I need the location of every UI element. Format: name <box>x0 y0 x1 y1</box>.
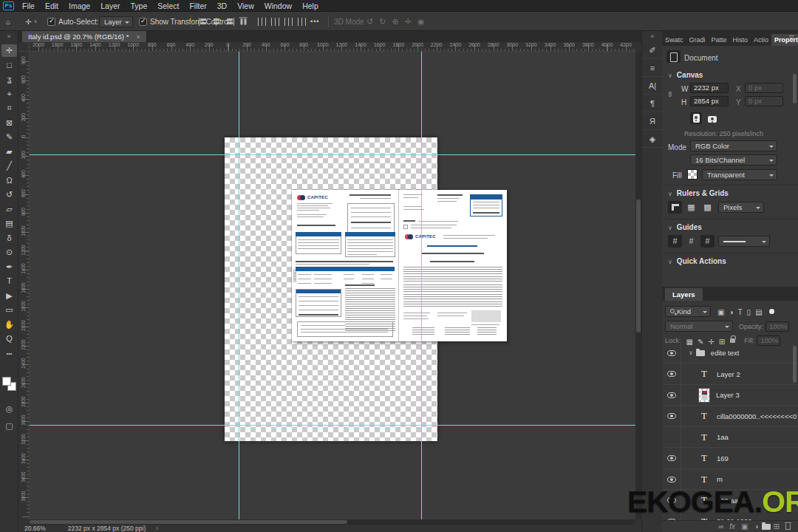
fill-dropdown[interactable]: Transparent <box>702 169 777 180</box>
document-tab[interactable]: Italy id.psd @ 20.7% (RGB/16) * × <box>22 31 147 42</box>
zoom-tool[interactable]: Q <box>1 332 17 345</box>
opacity-input[interactable]: 100% <box>765 321 789 332</box>
horizontal-scrollbar-thumb[interactable] <box>30 520 347 524</box>
x-input[interactable]: 0 px <box>745 83 783 93</box>
layers-scrollbar-thumb[interactable] <box>793 346 797 383</box>
eraser-tool[interactable]: ▱ <box>1 203 17 216</box>
layer-row[interactable]: ∨edite text <box>662 343 798 364</box>
link-layers-icon[interactable]: ∞ <box>718 522 723 531</box>
frame-tool[interactable]: ⊠ <box>1 117 17 129</box>
distribute-vertical-bottom-icon[interactable] <box>284 18 293 26</box>
layer-row[interactable]: Tcilla0000000..<<<<<<<<0 d <box>662 406 798 427</box>
crop-tool[interactable]: ⌗ <box>1 102 17 115</box>
ruler-units-dropdown[interactable]: Pixels <box>718 202 764 213</box>
align-top-icon[interactable] <box>239 17 248 26</box>
orientation-portrait-button[interactable] <box>690 112 702 124</box>
glyphs-panel-icon[interactable]: Я <box>642 112 663 130</box>
vertical-guide[interactable] <box>239 52 239 519</box>
visibility-toggle[interactable] <box>662 427 681 448</box>
blur-tool[interactable]: δ <box>1 232 17 245</box>
character-panel-icon[interactable]: A| <box>642 77 663 95</box>
object-selection-tool[interactable]: ⌖ <box>1 88 17 100</box>
type-tool[interactable]: T <box>1 275 17 287</box>
status-menu-arrow-icon[interactable]: › <box>156 525 158 532</box>
hand-tool[interactable]: ✋ <box>1 318 17 331</box>
menu-select[interactable]: Select <box>152 0 184 12</box>
3d-orbit-icon[interactable]: ↺ <box>366 17 373 27</box>
menu-3d[interactable]: 3D <box>212 0 232 12</box>
orientation-landscape-button[interactable] <box>706 112 718 124</box>
align-center-horizontal-icon[interactable] <box>212 18 221 26</box>
layer-row[interactable]: Layer 3 <box>662 385 798 406</box>
gradient-tool[interactable]: ▤ <box>1 217 17 230</box>
edit-guides-icon[interactable]: # <box>700 235 715 248</box>
menu-layer[interactable]: Layer <box>95 0 125 12</box>
3d-dolly-icon[interactable]: ◉ <box>417 17 425 27</box>
color-mode-dropdown[interactable]: RGB Color <box>690 140 777 151</box>
align-left-icon[interactable] <box>199 18 208 26</box>
blend-mode-dropdown[interactable]: Normal <box>665 321 733 332</box>
move-tool[interactable]: ✛ <box>1 44 17 57</box>
height-input[interactable]: 2854 px <box>690 96 729 106</box>
panel-menu-icon[interactable]: ☰ <box>788 35 795 42</box>
filter-type-layers-icon[interactable]: T <box>738 308 743 316</box>
distribute-vertical-center-icon[interactable] <box>271 18 280 26</box>
rectangular-marquee-tool[interactable]: □ <box>1 59 17 72</box>
layer-filter-dropdown[interactable]: Kind <box>665 306 711 317</box>
spot-healing-brush-tool[interactable]: ▰ <box>1 146 17 158</box>
more-align-options-icon[interactable]: ••• <box>310 12 319 31</box>
horizontal-guide[interactable] <box>30 154 635 155</box>
new-group-icon[interactable] <box>762 524 771 530</box>
menu-type[interactable]: Type <box>125 0 152 12</box>
link-dimensions-icon[interactable]: ∞ <box>666 92 675 97</box>
auto-select-target-dropdown[interactable]: Layer <box>99 16 133 27</box>
3d-pan-icon[interactable]: ⊕ <box>392 17 398 27</box>
tab-layers[interactable]: Layers <box>665 288 703 301</box>
toggle-rulers-icon[interactable] <box>668 201 682 214</box>
tab-actio[interactable]: Actio <box>751 34 771 46</box>
menu-window[interactable]: Window <box>259 0 297 12</box>
quick-mask-button[interactable]: ◎ <box>1 404 17 414</box>
vertical-guide[interactable] <box>421 52 422 519</box>
menu-edit[interactable]: Edit <box>40 0 64 12</box>
lock-guides-icon[interactable]: # <box>684 235 698 248</box>
screen-mode-button[interactable]: ▢ <box>1 421 17 431</box>
3d-roll-icon[interactable]: ↻ <box>379 17 386 27</box>
home-icon[interactable]: ⌂ <box>6 12 10 31</box>
new-layer-icon[interactable]: ⊞ <box>774 522 780 531</box>
horizontal-guide[interactable] <box>30 425 635 426</box>
filter-adjustment-layers-icon[interactable]: ◑ <box>729 308 733 316</box>
checkbox-icon[interactable] <box>47 18 55 26</box>
vertical-scrollbar[interactable] <box>635 52 641 519</box>
document-canvas[interactable]: CAPITEC 0000001 <box>30 52 635 519</box>
zoom-level-field[interactable]: 20.66% <box>24 525 46 532</box>
visibility-toggle[interactable] <box>662 364 681 384</box>
document-properties-icon[interactable] <box>666 50 681 63</box>
menu-file[interactable]: File <box>17 0 40 12</box>
rectangle-tool[interactable]: ▭ <box>1 304 17 316</box>
menu-help[interactable]: Help <box>297 0 324 12</box>
close-tab-icon[interactable]: × <box>136 33 140 41</box>
filter-smart-objects-icon[interactable]: ▤ <box>755 308 762 316</box>
layer-row[interactable]: T169 <box>662 449 798 469</box>
menu-filter[interactable]: Filter <box>184 0 211 12</box>
toggle-grid-icon[interactable]: ▦ <box>684 201 698 214</box>
width-input[interactable]: 2232 px <box>690 83 729 93</box>
toggle-guides-icon[interactable]: # <box>668 235 682 248</box>
lasso-tool[interactable]: ʓ <box>1 73 17 86</box>
visibility-toggle[interactable] <box>662 448 681 468</box>
bit-depth-dropdown[interactable]: 16 Bits/Channel <box>690 154 777 166</box>
edit-toolbar-icon[interactable]: ••• <box>1 347 17 360</box>
eyedropper-tool[interactable]: ✎ <box>1 131 17 143</box>
rulers-grids-section-header[interactable]: Rulers & Grids <box>668 189 729 197</box>
guides-section-header[interactable]: Guides <box>668 223 702 231</box>
layer-thumbnail[interactable] <box>698 388 710 403</box>
brush-settings-panel-icon[interactable]: ✐ <box>642 41 663 59</box>
brush-tool[interactable]: ╱ <box>1 160 17 172</box>
y-input[interactable]: 0 px <box>745 96 783 106</box>
vertical-scrollbar-thumb[interactable] <box>636 200 641 332</box>
brushes-panel-icon[interactable]: ≡ <box>642 59 663 77</box>
dodge-tool[interactable]: ⊙ <box>1 246 17 259</box>
move-tool-preset-icon[interactable]: ✛∨ <box>25 12 38 31</box>
3d-panel-icon[interactable]: ◈ <box>642 130 663 148</box>
